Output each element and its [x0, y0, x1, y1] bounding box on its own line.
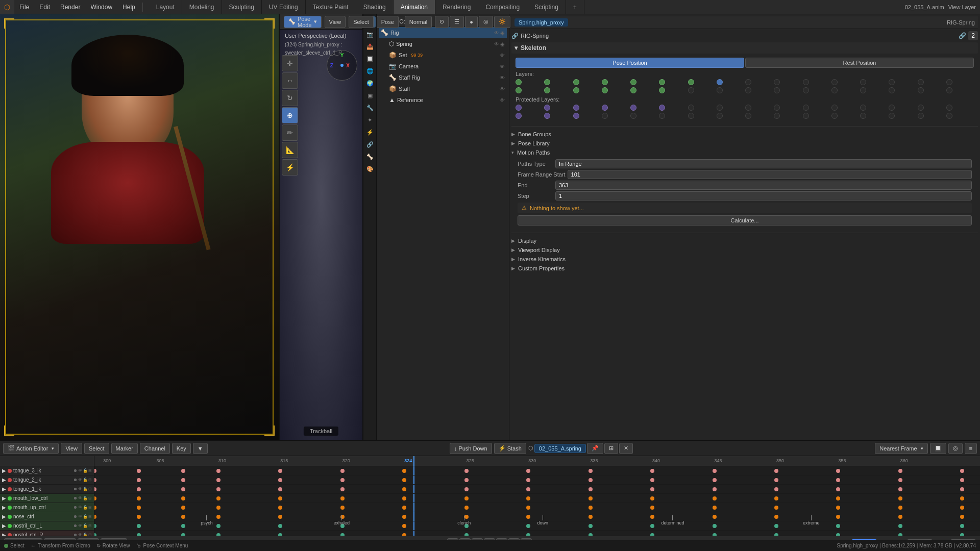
overlay-btn[interactable]: ⊙	[435, 16, 449, 28]
action-copy-btn[interactable]: ⊞	[604, 443, 618, 454]
layer-31[interactable]	[918, 87, 924, 93]
track-lock-icon[interactable]: 🔒	[83, 468, 88, 473]
player-26[interactable]	[774, 113, 780, 119]
track-nostrilR[interactable]: ▶ nostril_ctrl_R ⏺👁🔒⊞	[0, 531, 94, 536]
ae-view-menu[interactable]: View	[61, 443, 82, 454]
player-13[interactable]	[860, 105, 866, 111]
measure-tool[interactable]: 📐	[282, 142, 298, 158]
layer-3[interactable]	[573, 79, 579, 85]
layer-8[interactable]	[717, 79, 723, 85]
track-tongue3ik[interactable]: ▶ tongue_3_ik ⏺ 👁 🔒 ⊞	[0, 466, 94, 475]
track-mouthupctrl[interactable]: ▶ mouth_up_ctrl ⏺👁🔒⊞	[0, 503, 94, 512]
rotate-tool[interactable]: ↻	[282, 90, 298, 106]
layer-20[interactable]	[602, 87, 608, 93]
layer-6[interactable]	[659, 79, 665, 85]
layer-26[interactable]	[774, 87, 780, 93]
3d-viewport[interactable]: User Perspective (Local) (324) Spring.hi…	[280, 30, 362, 440]
object-props-icon[interactable]: ▣	[364, 90, 376, 101]
layer-18[interactable]	[544, 87, 550, 93]
ws-shading[interactable]: Shading	[356, 0, 394, 14]
material-btn[interactable]: ◎	[479, 16, 493, 28]
layer-32[interactable]	[946, 87, 952, 93]
menu-window[interactable]: Window	[85, 0, 117, 14]
player-17[interactable]	[516, 113, 522, 119]
shade-mode[interactable]: Normal	[405, 16, 432, 28]
solid-btn[interactable]: ●	[465, 16, 478, 28]
player-9[interactable]	[745, 105, 751, 111]
track-rec-icon[interactable]: ⏺	[74, 468, 78, 473]
player-11[interactable]	[803, 105, 809, 111]
viewport-3d-canvas[interactable]: User Perspective (Local) (324) Spring.hi…	[280, 30, 362, 440]
ws-uv-editing[interactable]: UV Editing	[262, 0, 306, 14]
track-nostrilL[interactable]: ▶ nostril_ctrl_L ⏺👁🔒⊞	[0, 521, 94, 531]
action-name[interactable]: 02_055_A.spring	[534, 444, 586, 453]
layer-17[interactable]	[516, 87, 522, 93]
player-23[interactable]	[688, 113, 694, 119]
menu-file[interactable]: File	[14, 0, 34, 14]
player-15[interactable]	[918, 105, 924, 111]
ae-snap-btn[interactable]: 🔲	[930, 443, 946, 454]
ik-row[interactable]: ▶ Inverse Kinematics	[511, 255, 978, 264]
layer-4[interactable]	[602, 79, 608, 85]
player-27[interactable]	[803, 113, 809, 119]
player-18[interactable]	[544, 113, 550, 119]
rig-hide-icon[interactable]: 👁	[494, 30, 499, 36]
player-32[interactable]	[946, 113, 952, 119]
layer-21[interactable]	[630, 87, 636, 93]
ws-modeling[interactable]: Modeling	[182, 0, 222, 14]
player-30[interactable]	[889, 113, 895, 119]
player-6[interactable]	[659, 105, 665, 111]
ws-add[interactable]: +	[566, 0, 584, 14]
menu-render[interactable]: Render	[55, 0, 85, 14]
layer-22[interactable]	[659, 87, 665, 93]
physics-icon[interactable]: ⚡	[364, 127, 376, 138]
display-row[interactable]: ▶ Display	[511, 236, 978, 245]
ae-marker-menu[interactable]: Marker	[111, 443, 138, 454]
layer-7[interactable]	[688, 79, 694, 85]
ae-channel-menu[interactable]: Channel	[140, 443, 170, 454]
player-24[interactable]	[717, 113, 723, 119]
player-5[interactable]	[630, 105, 636, 111]
world-icon[interactable]: 🌍	[364, 78, 376, 89]
stash-btn[interactable]: ⚡ Stash	[494, 443, 526, 454]
ae-filter-btn[interactable]: ▼	[193, 443, 208, 454]
view-layer-icon[interactable]: 🔲	[364, 53, 376, 64]
end-val[interactable]: 363	[555, 181, 972, 190]
modifier-icon[interactable]: 🔧	[364, 102, 376, 113]
layer-1[interactable]	[516, 79, 522, 85]
track-extra-icon[interactable]: ⊞	[88, 468, 92, 473]
rig-select-icon[interactable]: ◉	[500, 30, 505, 36]
motion-paths-row[interactable]: ▾ Motion Paths	[511, 148, 978, 157]
layer-25[interactable]	[745, 87, 751, 93]
player-21[interactable]	[630, 113, 636, 119]
track-mouthlowctrl[interactable]: ▶ mouth_low_ctrl ⏺👁🔒⊞	[0, 494, 94, 503]
cursor-tool[interactable]: ✛	[282, 55, 298, 71]
layer-5[interactable]	[630, 79, 636, 85]
spring-sel-icon[interactable]: ◉	[500, 41, 505, 47]
outliner-item-set[interactable]: 📦 Set 99 39 👁	[387, 49, 507, 61]
player-12[interactable]	[831, 105, 838, 111]
layer-9[interactable]	[745, 79, 751, 85]
select-menu[interactable]: Select	[349, 16, 374, 28]
mode-selector[interactable]: 🦴 Pose Mode ▾	[284, 16, 322, 28]
track-tongue2ik[interactable]: ▶ tongue_2_ik ⏺👁🔒⊞	[0, 475, 94, 485]
ws-animation[interactable]: Animation	[394, 0, 435, 14]
step-val[interactable]: 1	[555, 191, 972, 201]
scene-icon[interactable]: 🌐	[364, 65, 376, 77]
player-14[interactable]	[889, 105, 895, 111]
ws-scripting[interactable]: Scripting	[527, 0, 566, 14]
render-btn[interactable]: 🔆	[494, 16, 510, 28]
outliner-item-camera[interactable]: 📷 Camera 👁	[387, 61, 507, 72]
player-2[interactable]	[544, 105, 550, 111]
push-down-btn[interactable]: ↓ Push Down	[450, 443, 492, 454]
layer-2[interactable]	[544, 79, 550, 85]
action-editor-dropdown[interactable]: 🎬 Action Editor	[3, 443, 59, 454]
xray-btn[interactable]: ☰	[450, 16, 464, 28]
player-1[interactable]	[516, 105, 522, 111]
ws-compositing[interactable]: Compositing	[478, 0, 527, 14]
layer-30[interactable]	[889, 87, 895, 93]
layer-19[interactable]	[573, 87, 579, 93]
outliner-item-staffrig[interactable]: 🦴 Staff Rig 👁	[387, 72, 507, 83]
player-28[interactable]	[831, 113, 838, 119]
move-tool[interactable]: ↔	[282, 72, 298, 89]
